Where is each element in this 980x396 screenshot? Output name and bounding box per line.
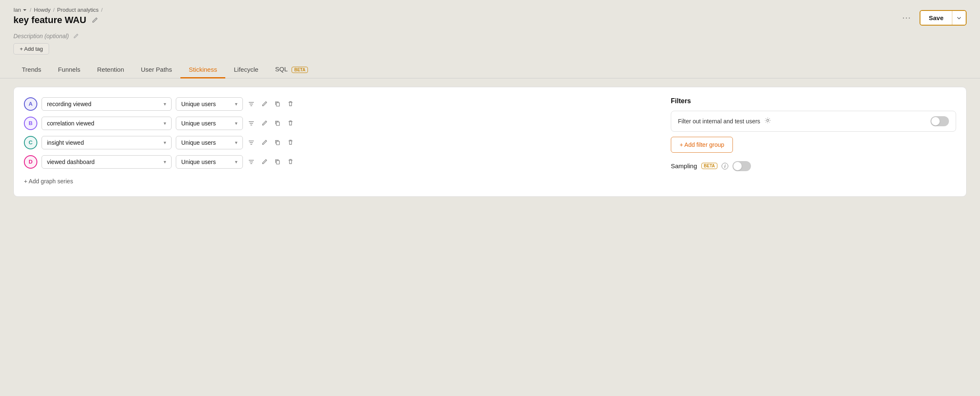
trash-icon (287, 101, 294, 107)
pencil-icon (261, 159, 268, 165)
chevron-down-icon: ▾ (235, 101, 237, 107)
save-button-group: Save (920, 10, 967, 26)
edit-icon-button-a[interactable] (261, 100, 268, 108)
filter-icon (248, 159, 255, 165)
toggle-knob (931, 117, 940, 125)
action-icons-d (247, 158, 295, 166)
delete-icon-button-b[interactable] (287, 119, 295, 127)
chevron-down-icon (22, 8, 27, 13)
trash-icon (287, 159, 294, 165)
filter-icon (248, 120, 255, 127)
breadcrumb-section[interactable]: Product analytics (57, 7, 99, 13)
tab-retention[interactable]: Retention (89, 62, 133, 78)
settings-icon (764, 117, 771, 124)
series-agg-dropdown-d[interactable]: Unique users ▾ (176, 155, 243, 169)
filters-title: Filters (671, 97, 956, 105)
breadcrumb-user[interactable]: Ian (13, 7, 27, 13)
delete-icon-button-a[interactable] (287, 100, 295, 108)
filter-icon-button-c[interactable] (247, 138, 255, 147)
copy-icon-button-c[interactable] (274, 138, 281, 146)
copy-icon-button-a[interactable] (274, 100, 281, 108)
edit-icon-button-b[interactable] (261, 119, 268, 127)
delete-icon-button-c[interactable] (287, 138, 295, 146)
chevron-down-icon: ▾ (164, 159, 166, 165)
series-row-c: C insight viewed ▾ Unique users ▾ (24, 136, 657, 149)
series-badge-b: B (24, 117, 37, 130)
add-graph-series-button[interactable]: + Add graph series (24, 176, 73, 186)
breadcrumb-sep2: / (53, 7, 55, 13)
sampling-toggle[interactable] (732, 161, 751, 171)
series-badge-c: C (24, 136, 37, 149)
tab-user-paths[interactable]: User Paths (133, 62, 180, 78)
filter-icon-button-b[interactable] (247, 119, 255, 128)
series-event-dropdown-a[interactable]: recording viewed ▾ (42, 97, 172, 111)
series-row-b: B correlation viewed ▾ Unique users ▾ (24, 117, 657, 130)
action-icons-b (247, 119, 295, 128)
chevron-down-icon (957, 16, 962, 21)
series-event-dropdown-d[interactable]: viewed dashboard ▾ (42, 155, 172, 169)
breadcrumb-workspace[interactable]: Howdy (34, 7, 51, 13)
add-tag-row: + Add tag (0, 42, 980, 61)
chevron-down-icon: ▾ (164, 101, 166, 107)
sql-beta-badge: BETA (292, 67, 308, 73)
filter-item-internal-users: Filter out internal and test users (671, 111, 956, 132)
edit-icon-button-d[interactable] (261, 158, 268, 166)
series-panel: A recording viewed ▾ Unique users ▾ (24, 97, 657, 186)
filter-icon (248, 101, 255, 107)
delete-icon-button-d[interactable] (287, 158, 295, 166)
series-agg-dropdown-a[interactable]: Unique users ▾ (176, 97, 243, 111)
save-dropdown-button[interactable] (952, 11, 966, 25)
info-icon[interactable]: i (722, 163, 728, 169)
copy-icon-button-b[interactable] (274, 119, 281, 127)
tab-lifecycle[interactable]: Lifecycle (225, 62, 266, 78)
series-agg-dropdown-c[interactable]: Unique users ▾ (176, 136, 243, 149)
pencil-icon (91, 17, 98, 23)
series-agg-dropdown-b[interactable]: Unique users ▾ (176, 117, 243, 130)
chevron-down-icon: ▾ (164, 120, 166, 126)
tab-trends[interactable]: Trends (13, 62, 50, 78)
description-placeholder[interactable]: Description (optional) (13, 33, 69, 39)
description-row: Description (optional) (0, 29, 980, 42)
series-badge-a: A (24, 97, 37, 111)
filter-icon-button-a[interactable] (247, 100, 255, 108)
header-right: ··· Save (899, 7, 967, 26)
tab-funnels[interactable]: Funnels (50, 62, 89, 78)
content-card: A recording viewed ▾ Unique users ▾ (13, 87, 967, 197)
add-tag-button[interactable]: + Add tag (13, 43, 49, 55)
series-event-dropdown-b[interactable]: correlation viewed ▾ (42, 117, 172, 130)
card-inner: A recording viewed ▾ Unique users ▾ (24, 97, 956, 186)
edit-title-button[interactable] (91, 16, 99, 24)
save-button[interactable]: Save (920, 11, 952, 25)
pencil-icon (261, 120, 268, 126)
pencil-icon (261, 101, 268, 107)
breadcrumb-sep3: / (101, 7, 103, 13)
copy-icon-button-d[interactable] (274, 158, 281, 166)
tabs-row: Trends Funnels Retention User Paths Stic… (0, 61, 980, 78)
chevron-down-icon: ▾ (235, 120, 237, 126)
tab-sql[interactable]: SQL BETA (267, 61, 316, 78)
filters-panel: Filters Filter out internal and test use… (671, 97, 956, 186)
series-badge-d: D (24, 155, 37, 169)
edit-icon-button-c[interactable] (261, 138, 268, 146)
series-event-dropdown-c[interactable]: insight viewed ▾ (42, 136, 172, 149)
add-filter-group-button[interactable]: + Add filter group (671, 137, 733, 153)
filter-icon (248, 139, 255, 146)
pencil-icon (261, 139, 268, 146)
header: Ian / Howdy / Product analytics / key fe… (0, 0, 980, 29)
filter-icon-button-d[interactable] (247, 158, 255, 166)
svg-rect-15 (276, 161, 280, 164)
filter-item-left: Filter out internal and test users (678, 117, 771, 125)
filter-internal-users-label: Filter out internal and test users (678, 118, 760, 125)
sampling-label: Sampling (671, 162, 697, 169)
svg-point-16 (767, 120, 769, 122)
more-options-button[interactable]: ··· (899, 12, 915, 24)
page-wrapper: Ian / Howdy / Product analytics / key fe… (0, 0, 980, 396)
gear-icon[interactable] (764, 117, 771, 125)
tab-stickiness[interactable]: Stickiness (180, 62, 226, 78)
copy-icon (274, 120, 281, 126)
series-row-a: A recording viewed ▾ Unique users ▾ (24, 97, 657, 111)
header-left: Ian / Howdy / Product analytics / key fe… (13, 7, 103, 26)
edit-description-button[interactable] (72, 32, 80, 40)
chevron-down-icon: ▾ (235, 140, 237, 146)
filter-internal-users-toggle[interactable] (930, 116, 949, 126)
